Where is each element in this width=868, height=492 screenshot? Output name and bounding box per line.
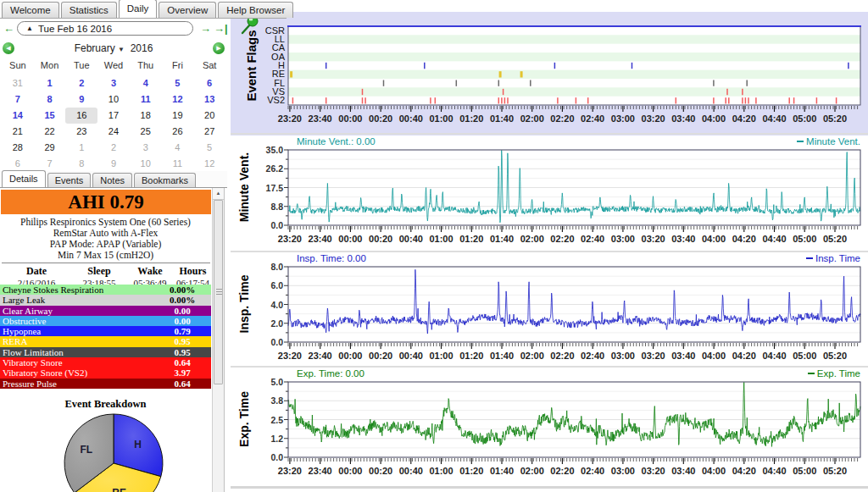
next-month-button[interactable]: ▶ [213,42,225,54]
calendar-day[interactable]: 17 [97,108,130,124]
next-day-arrow-icon[interactable]: → [200,22,211,35]
tab-events[interactable]: Events [47,173,92,187]
calendar-day[interactable]: 19 [162,108,194,124]
stat-row-rera[interactable]: RERA0.95 [0,336,211,346]
machine-info-line: Philips Respironics System One (60 Serie… [0,217,211,228]
stat-label: RERA [3,336,27,346]
calendar-day[interactable]: 14 [2,108,34,124]
panel-axis-label: Insp. Time [237,257,251,351]
month-dropdown-caret-icon: ▼ [118,46,125,53]
legend-dash-icon [808,373,815,374]
column-header: Hours [175,265,211,278]
calendar-month[interactable]: February [75,42,115,54]
stat-row-large-leak[interactable]: Large Leak0.00% [0,295,211,305]
calendar-day[interactable]: 24 [97,124,130,140]
calendar-day[interactable]: 7 [2,91,34,108]
stat-value: 0.00% [151,285,214,295]
pie-slice-label: H [134,439,142,451]
pie-slice-label: FL [80,444,92,456]
stat-row-clear-airway[interactable]: Clear Airway0.00 [0,306,211,316]
calendar-day[interactable]: 1 [34,75,66,91]
calendar-day[interactable]: 12 [162,91,194,108]
stat-label: Cheyne Stokes Respiration [3,285,103,295]
calendar-day[interactable]: 27 [193,124,225,140]
legend-label: Exp. Time [817,368,860,379]
calendar-day[interactable]: 29 [34,140,66,156]
calendar-day[interactable]: 25 [130,124,162,140]
stat-row-hypopnea[interactable]: Hypopnea0.79 [0,326,211,336]
stat-row-flow-limitation[interactable]: Flow Limitation0.95 [0,347,211,357]
calendar-year[interactable]: 2016 [131,42,153,54]
tab-notes[interactable]: Notes [92,173,132,187]
detail-tabbar: DetailsEventsNotesBookmarks [0,171,227,188]
calendar-day[interactable]: 5 [162,75,194,91]
current-date-value: Tue Feb 16 2016 [38,24,112,34]
scroll-up-arrow-icon[interactable]: ▲ [213,188,224,200]
latest-day-arrow-icon[interactable]: →| [214,22,228,35]
tab-help-browser[interactable]: Help Browser [218,2,293,18]
event-flags-panel[interactable]: 23:2023:4000:0000:2000:4001:0001:2001:40… [231,12,868,135]
calendar-day[interactable]: 8 [34,91,66,108]
calendar-day[interactable]: 26 [162,124,194,140]
stat-row-vibratory-snore-vs2[interactable]: Vibratory Snore (VS2)3.97 [0,368,211,378]
calendar-day[interactable]: 22 [34,124,66,140]
event-breakdown-pie: HREFL [0,410,211,492]
stat-row-pressure-pulse[interactable]: Pressure Pulse0.64 [0,379,211,389]
calendar-day[interactable]: 3 [97,75,130,91]
calendar-day[interactable]: 8 [65,156,97,172]
calendar-day[interactable]: 1 [65,140,97,156]
previous-day-arrow-icon[interactable]: ← [3,22,14,35]
tab-daily[interactable]: Daily [119,0,158,18]
calendar-day[interactable]: 11 [162,156,194,172]
it-plot[interactable] [231,252,868,366]
tab-statistics[interactable]: Statistics [61,2,117,18]
statistics-rows: Cheyne Stokes Respiration0.00%Large Leak… [0,285,211,389]
calendar-month-year[interactable]: February ▼ 2016 [0,42,227,54]
x-axis-tick-label: 05:20 [816,466,854,476]
day-header: Fri [162,60,194,74]
exp-time-panel[interactable]: 23:2023:4000:0000:2000:4001:0001:2001:40… [231,368,868,486]
tab-welcome[interactable]: Welcome [2,2,59,18]
calendar-day[interactable]: 20 [193,108,225,124]
calendar-day[interactable]: 10 [97,91,130,108]
tab-bookmarks[interactable]: Bookmarks [134,173,196,187]
calendar-day[interactable]: 9 [65,91,97,108]
stat-label: Large Leak [3,295,45,305]
tab-overview[interactable]: Overview [159,2,216,18]
calendar-day[interactable]: 28 [2,140,34,156]
stat-value: 0.95 [151,336,214,346]
calendar-day[interactable]: 16 [65,108,97,124]
machine-info-line: RemStar Auto with A-Flex [0,228,211,239]
calendar-day[interactable]: 18 [130,108,162,124]
minute-vent-panel[interactable]: 23:2023:4000:0000:2000:4001:0001:2001:40… [231,135,868,251]
stat-row-obstructive[interactable]: Obstructive0.00 [0,316,211,326]
calendar-day[interactable]: 12 [193,156,225,172]
stat-row-vibratory-snore[interactable]: Vibratory Snore0.64 [0,357,211,368]
calendar-day[interactable]: 31 [2,75,34,91]
mv-title: Minute Vent.: 0.00 [297,136,376,146]
calendar-day[interactable]: 6 [193,75,225,91]
stat-row-cheyne-stokes-respiration[interactable]: Cheyne Stokes Respiration0.00% [0,285,211,295]
stat-label: Hypopnea [3,326,41,336]
calendar-day[interactable]: 2 [65,75,97,91]
insp-time-panel[interactable]: 23:2023:4000:0000:2000:4001:0001:2001:40… [231,252,868,366]
charts-area: 23:2023:4000:0000:2000:4001:0001:2001:40… [231,0,868,492]
calendar-day[interactable]: 3 [130,140,162,156]
stat-value: 0.64 [151,379,214,389]
tab-details[interactable]: Details [2,170,46,187]
calendar-day[interactable]: 23 [65,124,97,140]
scrollbar-thumb[interactable] [214,200,223,384]
date-combobox[interactable]: ▲ Tue Feb 16 2016 [17,21,193,36]
calendar-day[interactable]: 21 [2,124,34,140]
details-scrollbar[interactable]: ▲ [212,188,224,492]
calendar-day[interactable]: 9 [97,156,130,172]
calendar-day[interactable]: 4 [162,140,194,156]
calendar-day[interactable]: 2 [97,140,130,156]
calendar-day[interactable]: 10 [130,156,162,172]
calendar-day[interactable]: 15 [34,108,66,124]
calendar-day[interactable]: 11 [130,91,162,108]
calendar-day[interactable]: 13 [193,91,225,108]
day-header: Sun [2,60,34,74]
calendar-day[interactable]: 4 [130,75,162,91]
calendar-day[interactable]: 5 [193,140,225,156]
